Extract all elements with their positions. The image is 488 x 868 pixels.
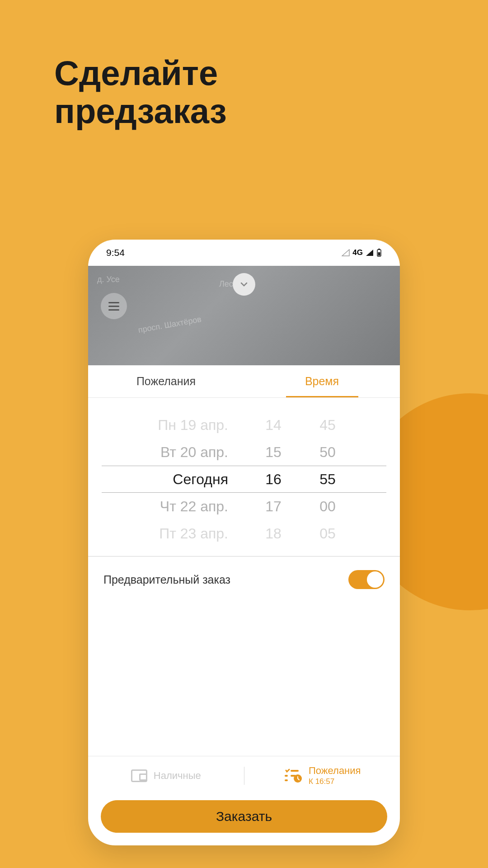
- tab-time[interactable]: Время: [244, 365, 400, 397]
- map-area[interactable]: д. Усе Лесотора просп. Шахтёров: [88, 266, 400, 365]
- picker-date: Чт 22 апр.: [102, 498, 246, 515]
- wishes-sub: К 16:57: [309, 777, 361, 786]
- bottom-options: Наличные Пожелания К 16:57: [88, 756, 400, 795]
- battery-icon: [376, 249, 382, 257]
- picker-hour: 16: [246, 471, 300, 488]
- picker-row[interactable]: Пн 19 апр. 14 45: [102, 411, 386, 439]
- order-button[interactable]: Заказать: [101, 800, 387, 833]
- svg-rect-1: [378, 249, 380, 250]
- list-clock-icon: [283, 769, 302, 783]
- status-indicators: 4G: [342, 248, 382, 257]
- map-label: просп. Шахтёров: [137, 315, 202, 335]
- phone-frame: 9:54 4G д. Усе Лесотора просп. Шахтёров …: [88, 240, 400, 845]
- picker-min: 45: [300, 417, 355, 434]
- picker-hour: 17: [246, 498, 300, 515]
- tab-label: Пожелания: [136, 375, 196, 388]
- picker-min: 05: [300, 525, 355, 542]
- wishes-option[interactable]: Пожелания К 16:57: [244, 756, 400, 795]
- picker-row[interactable]: Вт 20 апр. 15 50: [102, 439, 386, 466]
- tab-underline: [286, 396, 358, 397]
- bottom-bar: Наличные Пожелания К 16:57: [88, 756, 400, 845]
- signal-full-icon: [366, 249, 374, 256]
- picker-hour: 14: [246, 417, 300, 434]
- tabs: Пожелания Время: [88, 365, 400, 398]
- picker-row[interactable]: Пт 23 апр. 18 05: [102, 520, 386, 547]
- payment-option[interactable]: Наличные: [88, 756, 244, 795]
- picker-hour: 18: [246, 525, 300, 542]
- toggle-label: Предварительный заказ: [103, 573, 230, 586]
- toggle-knob: [367, 571, 383, 588]
- wishes-text-group: Пожелания К 16:57: [309, 765, 361, 786]
- headline-line2: предзаказ: [54, 92, 227, 130]
- datetime-picker[interactable]: Пн 19 апр. 14 45 Вт 20 апр. 15 50 Сегодн…: [88, 398, 400, 557]
- svg-rect-2: [378, 252, 380, 256]
- promo-headline: Сделайте предзаказ: [54, 54, 227, 130]
- map-label: д. Усе: [97, 275, 120, 284]
- picker-date: Вт 20 апр.: [102, 444, 246, 461]
- picker-date: Сегодня: [102, 471, 246, 488]
- status-network: 4G: [352, 248, 363, 257]
- chevron-down-icon: [239, 279, 249, 289]
- wishes-label: Пожелания: [309, 765, 361, 777]
- payment-label: Наличные: [154, 770, 201, 782]
- svg-rect-6: [285, 779, 288, 781]
- status-bar: 9:54 4G: [88, 240, 400, 266]
- tab-wishes[interactable]: Пожелания: [88, 365, 244, 397]
- picker-min: 50: [300, 444, 355, 461]
- order-label: Заказать: [216, 809, 272, 824]
- svg-rect-3: [291, 770, 299, 772]
- picker-min: 55: [300, 471, 355, 488]
- status-time: 9:54: [106, 247, 125, 258]
- picker-row[interactable]: Чт 22 апр. 17 00: [102, 493, 386, 520]
- wallet-icon: [131, 769, 147, 782]
- picker-date: Пт 23 апр.: [102, 525, 246, 542]
- svg-rect-4: [285, 775, 288, 777]
- picker-hour: 15: [246, 444, 300, 461]
- tab-label: Время: [305, 375, 339, 388]
- preorder-toggle[interactable]: [348, 570, 385, 589]
- preorder-toggle-row: Предварительный заказ: [88, 557, 400, 603]
- picker-min: 00: [300, 498, 355, 515]
- menu-button[interactable]: [101, 293, 127, 319]
- headline-line1: Сделайте: [54, 54, 227, 92]
- collapse-button[interactable]: [233, 273, 255, 296]
- picker-row-selected[interactable]: Сегодня 16 55: [102, 466, 386, 493]
- picker-date: Пн 19 апр.: [102, 417, 246, 434]
- signal-empty-icon: [342, 249, 350, 256]
